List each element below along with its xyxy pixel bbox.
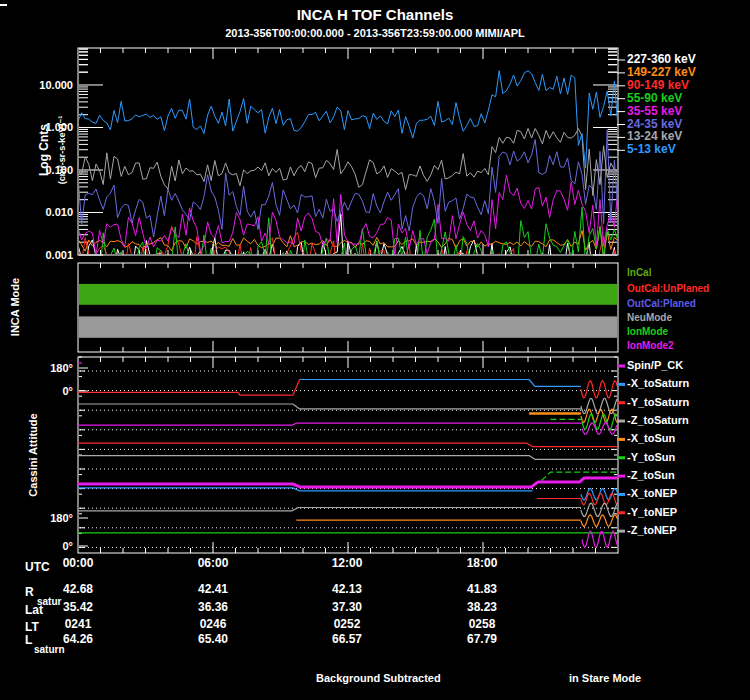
mode-legend-item: InCal — [627, 267, 651, 279]
screenshot-root: INCA H TOF Channels 2013-356T00:00:00.00… — [0, 0, 750, 700]
mode-legend-item: IonMode2 — [627, 340, 674, 352]
energy-legend-item: 35-55 keV — [627, 105, 682, 118]
table-cell: 42.13 — [312, 582, 382, 596]
mode-legend-item: NeuMode — [627, 312, 672, 324]
attitude-y-tick-label: 0° — [40, 540, 73, 552]
mode-legend-item: OutCal:UnPlaned — [627, 283, 709, 295]
table-cell: 0258 — [447, 617, 517, 631]
table-cell: 0241 — [43, 617, 113, 631]
table-cell: 38.23 — [447, 600, 517, 614]
attitude-legend-item: -Y_toSaturn — [627, 396, 689, 409]
energy-legend-item: 5-13 keV — [627, 143, 676, 156]
attitude-legend-item: -X_toNEP — [627, 487, 677, 500]
attitude-y-tick-label: 0° — [40, 385, 73, 397]
main-y-tick-label: 0.100 — [25, 164, 73, 176]
table-cell: 41.83 — [447, 582, 517, 596]
main-y-tick-label: 0.010 — [25, 206, 73, 218]
table-cell: 0252 — [312, 617, 382, 631]
attitude-legend-item: -Y_toNEP — [627, 506, 677, 519]
table-cell: 67.79 — [447, 632, 517, 646]
l-row-label: L — [25, 633, 32, 647]
table-cell: 37.30 — [312, 600, 382, 614]
utc-tick-label: 18:00 — [447, 556, 517, 570]
energy-legend-item: 55-90 keV — [627, 92, 682, 105]
footer-stare-mode: in Stare Mode — [569, 672, 641, 684]
table-cell: 0246 — [178, 617, 248, 631]
lat-row-label: Lat — [25, 603, 43, 617]
attitude-panel-label: Cassini Attitude — [27, 413, 39, 496]
table-cell: 66.57 — [312, 632, 382, 646]
footer-background-subtracted: Background Subtracted — [316, 672, 441, 684]
utc-tick-label: 12:00 — [312, 556, 382, 570]
table-cell: 42.41 — [178, 582, 248, 596]
attitude-y-tick-label: 180° — [40, 362, 73, 374]
r-row-label: R — [25, 585, 34, 599]
lt-row-label: LT — [25, 620, 39, 634]
attitude-legend-item: Spin/P_CK — [627, 359, 683, 372]
mode-legend-item: IonMode — [627, 326, 668, 338]
energy-legend-item: 149-227 keV — [627, 66, 696, 79]
table-cell: 35.42 — [43, 600, 113, 614]
attitude-legend-item: -Y_toSun — [627, 451, 675, 464]
main-y-tick-label: 10.000 — [25, 79, 73, 91]
table-cell: 42.68 — [43, 582, 113, 596]
attitude-y-tick-label: 180° — [40, 512, 73, 524]
mode-legend-item: OutCal:Planed — [627, 298, 696, 310]
main-y-tick-label: 0.001 — [25, 249, 73, 261]
energy-legend-item: 90-149 keV — [627, 79, 689, 92]
table-cell: 64.26 — [43, 632, 113, 646]
attitude-legend-item: -Z_toSun — [627, 469, 675, 482]
utc-tick-label: 06:00 — [178, 556, 248, 570]
mode-panel-label: INCA Mode — [9, 278, 21, 336]
table-cell: 65.40 — [178, 632, 248, 646]
attitude-legend-item: -X_toSun — [627, 432, 675, 445]
attitude-legend-item: -Z_toNEP — [627, 524, 677, 537]
attitude-legend-item: -X_toSaturn — [627, 377, 689, 390]
main-y-tick-label: 1.000 — [25, 121, 73, 133]
attitude-legend-item: -Z_toSaturn — [627, 414, 689, 427]
table-cell: 36.36 — [178, 600, 248, 614]
utc-tick-label: 00:00 — [43, 556, 113, 570]
